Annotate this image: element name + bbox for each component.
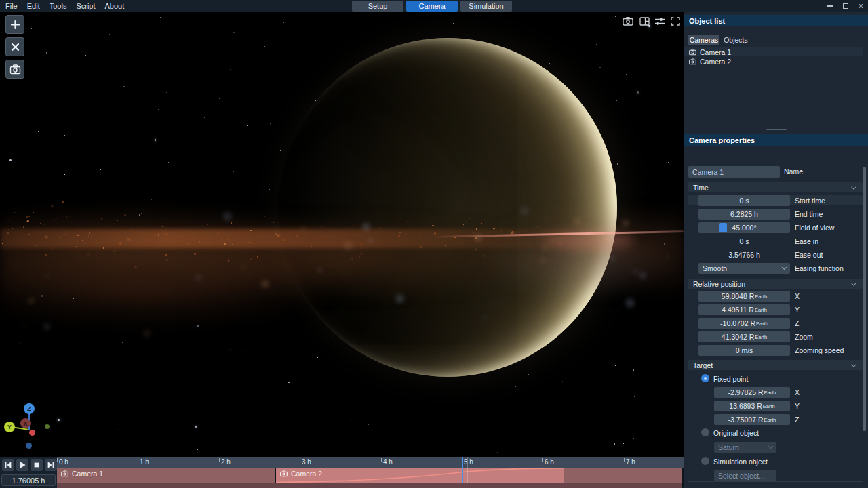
tab-camera[interactable]: Camera: [406, 1, 458, 12]
section-title: Time: [693, 184, 709, 192]
original-object-dropdown[interactable]: Saturn: [714, 442, 776, 453]
track-label: Camera 1: [61, 470, 103, 478]
list-item-camera-2[interactable]: Camera 2: [684, 57, 863, 66]
chevron-down-icon: [782, 265, 787, 270]
original-object-radio[interactable]: [701, 428, 709, 436]
timeline-ruler[interactable]: 0 h 1 h 2 h 3 h 4 h 5 h 6 h 7 h: [57, 457, 684, 468]
rel-z-field[interactable]: -10.0702 REarth: [698, 318, 790, 329]
camera-settings-button[interactable]: [5, 60, 24, 79]
section-title: Target: [693, 361, 713, 369]
close-icon[interactable]: ✕: [858, 3, 864, 9]
rel-x-field[interactable]: 59.8048 REarth: [698, 291, 790, 302]
add-icon: [10, 20, 20, 30]
screenshot-button[interactable]: [622, 16, 634, 26]
select-object-button[interactable]: Select object...: [714, 470, 776, 481]
section-time[interactable]: Time: [688, 182, 863, 192]
menu-about[interactable]: About: [105, 2, 125, 10]
track-camera-2-tail[interactable]: [564, 468, 682, 483]
slider-handle[interactable]: [719, 223, 727, 232]
end-time-field[interactable]: 6.2825 h: [698, 209, 790, 220]
gizmo-z-neg-handle[interactable]: [26, 443, 32, 449]
easing-function-dropdown[interactable]: Smooth: [698, 263, 790, 274]
playhead[interactable]: [462, 457, 463, 483]
gizmo-x-neg-handle[interactable]: [29, 430, 35, 436]
fixed-point-radio[interactable]: [701, 374, 709, 382]
zooming-speed-field[interactable]: 0 m/s: [698, 345, 790, 356]
list-item-camera-1[interactable]: Camera 1: [684, 47, 863, 56]
object-list-title: Object list: [689, 17, 725, 25]
camera-icon: [689, 58, 696, 65]
ease-in-value: 0 s: [698, 236, 790, 247]
minimize-icon[interactable]: [827, 5, 833, 7]
timeline-lower-strip: [57, 483, 682, 488]
right-panel: Object list Cameras Objects Camera 1 Cam…: [684, 12, 868, 488]
window-controls: ✕: [827, 0, 864, 12]
list-item-label: Camera 1: [700, 48, 731, 56]
field-label: Start time: [795, 195, 825, 206]
ruler-tick: 2 h: [219, 458, 231, 466]
panel-splitter[interactable]: [766, 129, 787, 130]
field-label: Ease out: [795, 249, 823, 260]
add-camera-button[interactable]: [5, 15, 24, 34]
ruler-tick: 1 h: [138, 458, 149, 466]
layout-icon: [639, 17, 650, 26]
gizmo-x-handle[interactable]: X: [20, 418, 31, 428]
tab-cameras[interactable]: Cameras: [688, 35, 719, 45]
track-camera-1[interactable]: Camera 1: [57, 468, 275, 483]
play-button[interactable]: [16, 459, 28, 471]
camera-properties-title: Camera properties: [689, 136, 755, 144]
menu-bar: File Edit Tools Script About: [5, 0, 124, 12]
field-label: Y: [795, 401, 800, 411]
application-window: File Edit Tools Script About Setup Camer…: [0, 0, 868, 488]
field-label: Easing function: [795, 263, 844, 274]
layout-panels-button[interactable]: [638, 16, 650, 26]
target-z-field[interactable]: -3.75097 REarth: [714, 414, 790, 425]
section-relative-position[interactable]: Relative position: [688, 279, 863, 289]
camera-name-input[interactable]: Camera 1: [688, 166, 780, 178]
chevron-down-icon: [851, 362, 856, 367]
ruler-tick: 7 h: [624, 458, 635, 466]
stop-button[interactable]: [31, 459, 43, 471]
dust-band-core: [0, 229, 597, 248]
tab-objects[interactable]: Objects: [721, 35, 751, 45]
field-of-view-slider[interactable]: 45.000°: [698, 222, 790, 233]
adjustments-icon: [654, 17, 665, 26]
track-label: Camera 2: [280, 470, 322, 478]
original-object-label: Original object: [713, 429, 759, 437]
gizmo-z-handle[interactable]: Z: [24, 403, 35, 414]
rel-y-field[interactable]: 4.49511 REarth: [698, 304, 790, 315]
fullscreen-button[interactable]: [669, 16, 682, 26]
list-item-label: Camera 2: [700, 58, 731, 66]
simulation-object-radio[interactable]: [701, 457, 709, 465]
track-camera-2[interactable]: Camera 2: [276, 468, 564, 483]
maximize-icon[interactable]: [843, 3, 848, 9]
start-time-field[interactable]: 0 s: [698, 195, 790, 206]
skip-end-button[interactable]: [45, 459, 57, 471]
menu-script[interactable]: Script: [76, 2, 95, 10]
menu-file[interactable]: File: [5, 2, 18, 10]
remove-camera-button[interactable]: [5, 37, 24, 56]
field-label: X: [795, 387, 800, 398]
tab-setup[interactable]: Setup: [352, 1, 403, 12]
skip-start-button[interactable]: [2, 459, 14, 471]
tab-simulation[interactable]: Simulation: [460, 1, 512, 12]
secondary-marker: [467, 457, 468, 483]
camera-properties-header: Camera properties: [684, 134, 868, 146]
skip-end-icon: [47, 461, 55, 469]
chevron-down-icon: [851, 281, 856, 286]
field-label: Y: [795, 304, 800, 315]
scrollbar[interactable]: [863, 167, 866, 431]
gizmo-y-handle[interactable]: Y: [4, 422, 15, 432]
target-y-field[interactable]: 13.6893 REarth: [714, 401, 790, 411]
adjustments-button[interactable]: [654, 16, 666, 26]
target-x-field[interactable]: -2.97825 REarth: [714, 387, 790, 398]
divider: [688, 481, 863, 482]
section-target[interactable]: Target: [688, 360, 863, 370]
current-time-display[interactable]: 1.76005 h: [1, 474, 56, 486]
viewport[interactable]: X Z Y: [0, 12, 684, 457]
menu-tools[interactable]: Tools: [50, 2, 67, 10]
gizmo-y-neg-handle[interactable]: [45, 424, 50, 429]
object-list-header: Object list: [684, 15, 868, 26]
zoom-field[interactable]: 41.3042 REarth: [698, 331, 790, 342]
menu-edit[interactable]: Edit: [27, 2, 40, 10]
